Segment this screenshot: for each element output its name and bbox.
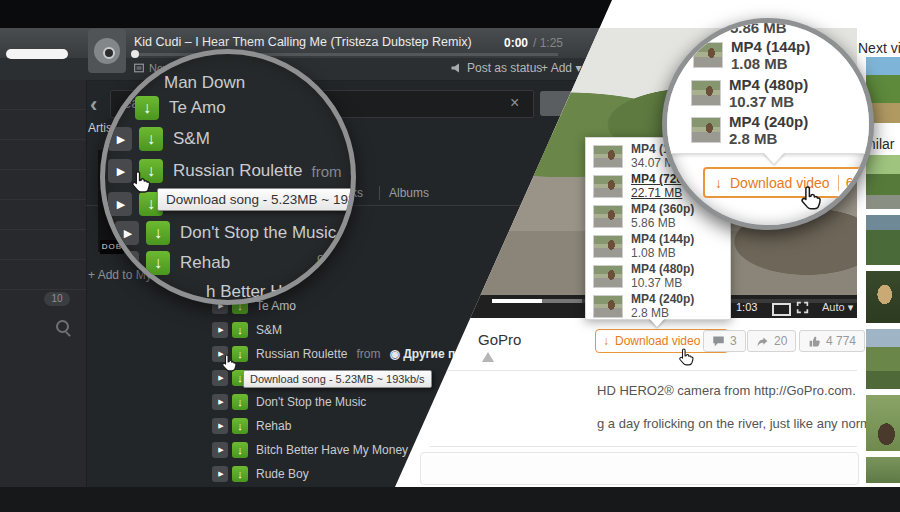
add-button[interactable]: + Add ▾ [541,61,581,75]
download-song-button[interactable]: ↓ [232,322,248,338]
similar-thumbnail[interactable] [866,395,900,451]
text-fragment: orld) [317,250,343,265]
time-total-value: 1:25 [540,36,563,50]
similar-thumbnail[interactable] [866,271,900,323]
play-button[interactable]: ▶ [212,418,228,434]
format-item-magnified[interactable]: MP4 (240p)2.8 MB [691,113,808,147]
tab-albums[interactable]: Albums [379,186,429,200]
format-item-magnified[interactable]: MP4 (144p)1.08 MB [693,38,810,72]
search-icon[interactable] [56,320,69,333]
song-row: ▶ ↓ Don't Stop the Music [212,394,366,410]
bottom-strip [0,487,900,512]
song-title[interactable]: Rehab [256,419,291,433]
song-row-magnified: ↓ Te Amo [135,96,226,120]
song-row-magnified: ▶ ↓ Don't Stop the Music [115,221,336,245]
play-button[interactable]: ▶ [212,442,228,458]
video-thumbnail [693,42,723,68]
download-tooltip-magnified: Download song - 5.23MB ~ 193kb/s [157,188,356,211]
song-title[interactable]: Te Amo [169,98,226,118]
description-line: g a day frolicking on the river, just li… [597,416,900,431]
fullscreen-icon[interactable] [796,300,809,318]
section-divider [430,446,857,447]
format-item-magnified[interactable]: MP4 (480p)10.37 MB [691,76,808,110]
song-title[interactable]: Don't Stop the Music [180,223,336,243]
similar-thumbnail[interactable] [866,329,900,389]
comment-box[interactable] [420,452,859,485]
thumbs-up-icon [808,335,821,348]
menu-pointer-magnified [763,152,785,164]
time-current: 0:00 [504,36,528,50]
play-button[interactable]: ▶ [212,466,228,482]
format-item[interactable]: MP4 (144p)1.08 MB [593,232,694,260]
clear-search-icon[interactable]: × [510,94,519,112]
track-progress-handle[interactable] [131,50,139,58]
song-from-label: from [356,347,380,361]
download-song-button[interactable]: ↓ [146,221,170,245]
song-title[interactable]: S&M [256,323,282,337]
similar-thumbnail[interactable] [866,215,900,265]
download-video-button-magnified[interactable]: ↓ Download video 6 [703,167,865,198]
song-title[interactable]: Don't Stop the Music [256,395,366,409]
comments-button[interactable]: 3 [703,330,746,352]
download-song-button[interactable]: ↓ [135,96,159,120]
download-song-button[interactable]: ↓ [139,127,163,151]
format-item[interactable]: MP4 (240p)2.8 MB [593,292,694,320]
screenshot-stage: Kid Cudi – I Hear Them Calling Me (Trist… [0,0,900,512]
download-arrow-icon: ↓ [715,175,722,191]
song-title[interactable]: Bitch Better Have My Money [256,443,408,457]
similar-thumbnail[interactable] [866,457,900,483]
play-button[interactable]: ▶ [212,394,228,410]
song-title[interactable]: Russian Roulette [256,347,347,361]
song-row: ▶ ↓ Rude Boy [212,466,309,482]
vinyl-disc-icon [94,38,120,64]
format-item[interactable]: MP4 (360p)5.86 MB [593,202,694,230]
song-row: ▶ ↓ Bitch Better Have My Money [212,442,408,458]
post-as-status-button[interactable]: Post as status [450,61,542,75]
back-chevron-icon[interactable]: ‹ [90,92,97,118]
song-title-magnified[interactable]: Man Down [164,73,245,93]
video-thumbnail [593,145,623,168]
magnifier-circle-download: 5.86 MB MP4 (144p)1.08 MB MP4 (480p)10.3… [662,18,874,230]
download-song-button[interactable]: ↓ [232,418,248,434]
song-title[interactable]: Rehab [180,253,230,273]
plus-icon: + [541,61,548,75]
song-title[interactable]: Rude Boy [256,467,309,481]
add-label: Add [551,61,572,75]
video-thumbnail [593,265,623,288]
song-title[interactable]: Russian Roulette [173,161,302,181]
song-row: ▶ ↓ S&M [212,322,282,338]
song-row-magnified: ▶ ↓ S&M [108,127,210,151]
target-icon: ◉ [389,347,399,361]
warning-icon[interactable] [482,352,494,362]
download-song-button[interactable]: ↓ [232,442,248,458]
time-total: / 1:25 [533,36,563,50]
download-song-button[interactable]: ↓ [232,466,248,482]
song-album-link[interactable]: ◉ Другие пе [350,162,356,181]
play-button[interactable]: ▶ [115,221,139,245]
play-button[interactable]: ▶ [212,322,228,338]
cursor-icon [128,168,156,196]
comment-icon [712,335,725,347]
quality-selector[interactable]: Auto ▾ [822,301,853,314]
song-title[interactable]: S&M [173,129,210,149]
download-song-button[interactable]: ↓ [146,251,170,275]
target-icon: ◉ [350,163,356,180]
description-line: HD HERO2® camera from http://GoPro.com. [597,383,856,398]
sidebar-count-badge: 10 [44,292,70,306]
theater-mode-icon[interactable] [772,303,791,316]
video-time: 1:03 [736,301,757,313]
format-item[interactable]: MP4 (480p)10.37 MB [593,262,694,290]
song-title[interactable]: Te Amo [256,299,296,313]
play-button[interactable]: ▶ [108,127,132,151]
video-progress-played[interactable] [492,299,542,303]
sidebar-menu-rows[interactable] [0,80,86,302]
share-button[interactable]: 20 [747,330,796,352]
app-sidebar: 10 [0,80,87,487]
download-arrow-icon: ↓ [603,334,609,348]
menu-pill-icon[interactable] [6,49,68,59]
video-thumbnail [593,175,623,198]
similar-thumbnail[interactable] [866,155,900,209]
like-button[interactable]: 4 774 [799,330,865,352]
download-song-button[interactable]: ↓ [232,394,248,410]
post-as-status-label: Post as status [467,61,542,75]
